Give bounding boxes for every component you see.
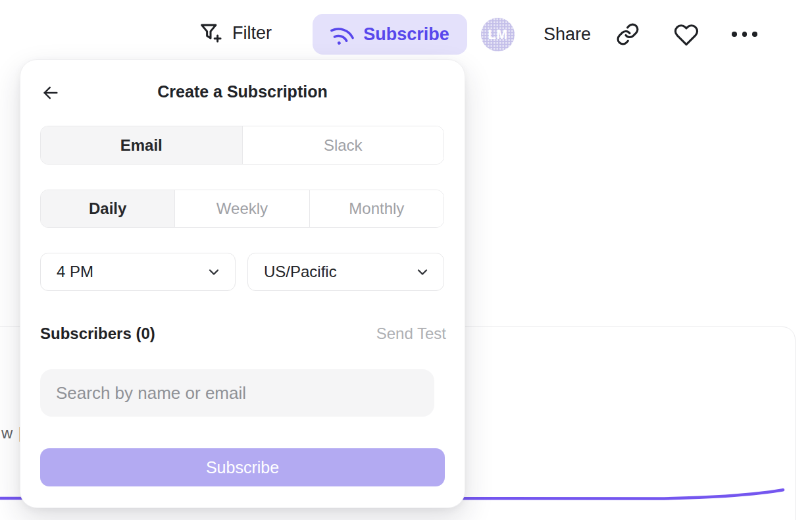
tab-daily[interactable]: Daily (41, 190, 174, 227)
tab-weekly[interactable]: Weekly (174, 190, 309, 227)
chevron-down-icon (415, 264, 430, 280)
channel-tabs: Email Slack (40, 126, 444, 165)
timezone-select-value: US/Pacific (264, 263, 337, 281)
tab-email[interactable]: Email (41, 126, 242, 164)
modal-header: Create a Subscription (20, 82, 465, 103)
avatar-initials: LM (488, 27, 508, 42)
avatar[interactable]: LM (481, 18, 515, 51)
rss-icon (326, 18, 358, 50)
heart-icon[interactable] (674, 22, 699, 47)
more-icon[interactable] (732, 32, 757, 37)
frequency-tabs: Daily Weekly Monthly (40, 190, 444, 228)
send-test-button[interactable]: Send Test (376, 325, 446, 343)
tab-monthly[interactable]: Monthly (309, 190, 444, 227)
subscribers-row: Subscribers (0) Send Test (40, 325, 446, 344)
link-icon[interactable] (616, 22, 640, 46)
create-subscription-modal: Create a Subscription Email Slack Daily … (20, 59, 465, 508)
timezone-select[interactable]: US/Pacific (247, 253, 444, 291)
subscribe-button[interactable]: Subscribe (313, 14, 467, 55)
subscriber-search-input[interactable] (40, 369, 434, 417)
subscribers-label: Subscribers (0) (40, 325, 155, 343)
chevron-down-icon (206, 264, 222, 280)
time-select[interactable]: 4 PM (40, 253, 236, 291)
filter-button[interactable]: Filter (198, 20, 272, 45)
share-button[interactable]: Share (544, 24, 591, 45)
modal-title: Create a Subscription (20, 82, 465, 101)
filter-label: Filter (232, 23, 272, 43)
subscribe-label: Subscribe (363, 24, 449, 45)
tab-slack[interactable]: Slack (242, 126, 444, 164)
time-select-value: 4 PM (57, 263, 93, 281)
modal-subscribe-button[interactable]: Subscribe (40, 448, 445, 486)
filter-plus-icon (198, 20, 223, 45)
